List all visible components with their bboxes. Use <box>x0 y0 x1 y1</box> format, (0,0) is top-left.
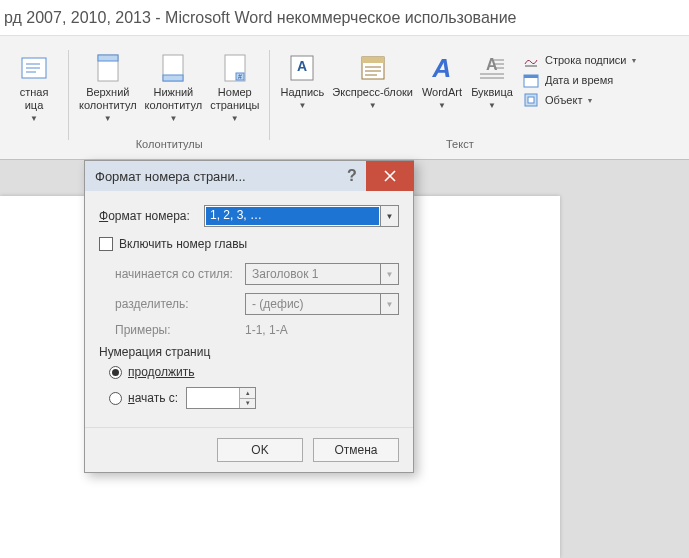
textbox-label1: стная <box>20 86 49 98</box>
spinner-down-icon[interactable]: ▼ <box>240 399 255 409</box>
caption-icon: A <box>286 52 318 84</box>
quickparts-button[interactable]: Экспресс-блоки ▼ <box>328 48 417 132</box>
dialog-title-text: Формат номера страни... <box>95 169 246 184</box>
svg-text:#: # <box>238 73 242 80</box>
svg-rect-29 <box>528 97 534 103</box>
caption-button[interactable]: A Надпись ▼ <box>276 48 328 132</box>
svg-text:A: A <box>297 58 307 74</box>
chevron-down-icon: ▼ <box>298 101 306 110</box>
object-icon <box>523 92 539 108</box>
quickparts-icon <box>357 52 389 84</box>
chevron-down-icon: ▼ <box>30 114 38 123</box>
textbox-icon <box>18 52 50 84</box>
chevron-down-icon: ▼ <box>369 101 377 110</box>
examples-label: Примеры: <box>115 323 245 337</box>
textbox-label2: ица <box>25 99 44 111</box>
separator-value: - (дефис) <box>246 295 380 313</box>
startat-label: начать с: <box>128 391 178 405</box>
chevron-down-icon: ▼ <box>380 294 398 314</box>
starts-style-combo: Заголовок 1 ▼ <box>245 263 399 285</box>
wordart-button[interactable]: A WordArt ▼ <box>417 48 467 132</box>
starts-style-label: начинается со стиля: <box>115 267 245 281</box>
help-button[interactable]: ? <box>338 161 366 191</box>
page-number-format-dialog: Формат номера страни... ? Формат номера:… <box>84 160 414 473</box>
chevron-down-icon: ▼ <box>488 101 496 110</box>
close-icon <box>384 170 396 182</box>
textbox-button-partial[interactable]: стнаяица ▼ <box>6 48 62 132</box>
footer-icon <box>157 52 189 84</box>
number-format-label: Формат номера: <box>99 209 204 223</box>
header-button[interactable]: Верхнийколонтитул ▼ <box>75 48 141 132</box>
object-button[interactable]: Объект ▼ <box>523 92 637 108</box>
dropcap-icon: A <box>476 52 508 84</box>
page-numbering-label: Нумерация страниц <box>99 345 399 359</box>
chevron-down-icon: ▼ <box>380 264 398 284</box>
cancel-button[interactable]: Отмена <box>313 438 399 462</box>
chevron-down-icon: ▼ <box>104 114 112 123</box>
page-number-button[interactable]: # Номерстраницы ▼ <box>206 48 263 132</box>
svg-rect-7 <box>163 75 183 81</box>
continue-radio[interactable] <box>109 366 122 379</box>
group-label-text: Текст <box>446 136 474 156</box>
page-number-icon: # <box>219 52 251 84</box>
number-format-combo[interactable]: 1, 2, 3, … ▼ <box>204 205 399 227</box>
include-chapter-checkbox[interactable] <box>99 237 113 251</box>
ok-button[interactable]: OK <box>217 438 303 462</box>
dialog-titlebar[interactable]: Формат номера страни... ? <box>85 161 413 191</box>
footer-button[interactable]: Нижнийколонтитул ▼ <box>141 48 207 132</box>
datetime-button[interactable]: Дата и время <box>523 72 637 88</box>
include-chapter-label: Включить номер главы <box>119 237 247 251</box>
startat-radio[interactable] <box>109 392 122 405</box>
app-title: рд 2007, 2010, 2013 - Microsoft Word нек… <box>0 0 689 36</box>
examples-value: 1-1, 1-A <box>245 323 288 337</box>
spinner-up-icon[interactable]: ▲ <box>240 388 255 399</box>
svg-rect-14 <box>362 57 384 63</box>
workspace: Формат номера страни... ? Формат номера:… <box>0 160 689 558</box>
separator-label: разделитель: <box>115 297 245 311</box>
chevron-down-icon: ▼ <box>169 114 177 123</box>
svg-rect-5 <box>98 55 118 61</box>
chevron-down-icon: ▼ <box>586 97 593 104</box>
svg-rect-27 <box>524 75 538 78</box>
group-label-hf: Колонтитулы <box>136 136 203 156</box>
header-icon <box>92 52 124 84</box>
continue-label: продолжить <box>128 365 194 379</box>
close-button[interactable] <box>366 161 414 191</box>
dropcap-button[interactable]: A Буквица ▼ <box>467 48 517 132</box>
datetime-icon <box>523 72 539 88</box>
chevron-down-icon: ▼ <box>438 101 446 110</box>
starts-style-value: Заголовок 1 <box>246 265 380 283</box>
startat-spinner[interactable]: ▲ ▼ <box>186 387 256 409</box>
number-format-value: 1, 2, 3, … <box>206 207 379 225</box>
signature-line-button[interactable]: Строка подписи ▼ <box>523 52 637 68</box>
ribbon: стнаяица ▼ Верхнийколонтитул ▼ <box>0 36 689 160</box>
separator-combo: - (дефис) ▼ <box>245 293 399 315</box>
svg-text:A: A <box>432 53 452 83</box>
chevron-down-icon: ▼ <box>231 114 239 123</box>
wordart-icon: A <box>426 52 458 84</box>
chevron-down-icon[interactable]: ▼ <box>380 206 398 226</box>
signature-icon <box>523 52 539 68</box>
chevron-down-icon: ▼ <box>630 57 637 64</box>
